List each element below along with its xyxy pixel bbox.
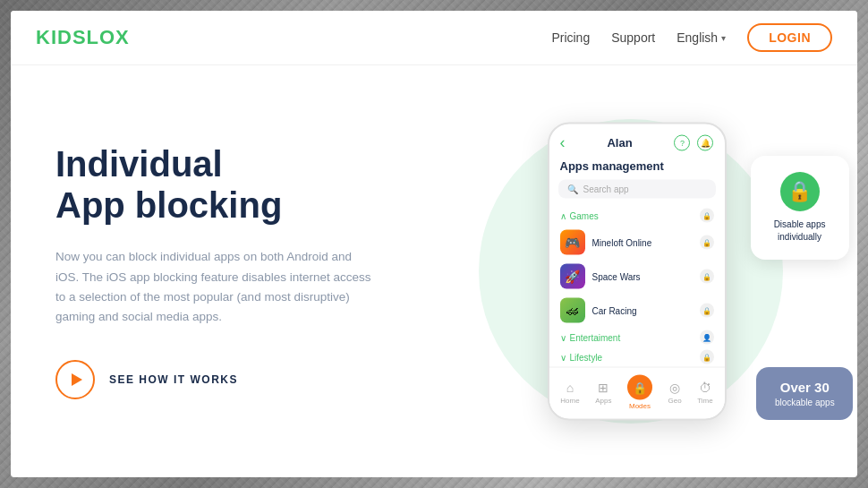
card-count-title: Over 30 [770,380,838,396]
home-icon: ⌂ [566,381,574,395]
entertainment-label: ∨ Entertaiment [560,332,621,342]
nav-geo-label: Geo [668,397,682,405]
lifestyle-chevron-icon: ∨ [560,352,566,362]
search-icon: 🔍 [567,184,578,194]
mineloft-lock[interactable]: 🔒 [700,235,714,250]
nav-right: Pricing Support English ▾ LOGIN [551,23,832,52]
cta-label: SEE HOW IT WORKS [109,373,238,386]
lifestyle-category-name: Lifestyle [570,352,603,362]
carracing-icon: 🏎 [560,298,585,323]
entertainment-category-name: Entertaiment [570,332,621,342]
spacewars-icon: 🚀 [560,264,585,289]
lifestyle-category-header[interactable]: ∨ Lifestyle 🔒 [549,347,725,367]
play-icon [72,373,82,386]
apps-icon: ⊞ [598,381,608,395]
nav-modes-label: Modes [629,402,651,410]
time-icon: ⏱ [699,381,711,395]
nav-apps-label: Apps [595,397,611,405]
main-content: KIDSLOX Pricing Support English ▾ LOGIN … [11,11,857,477]
mineloft-icon: 🎮 [560,230,585,255]
app-item-mineloft: 🎮 Mineloft Online 🔒 [549,226,725,260]
bell-icon[interactable]: 🔔 [697,134,713,150]
games-chevron-icon: ∧ [560,210,566,220]
phone-header-icons: ? 🔔 [674,134,713,150]
language-label: English [677,30,718,45]
card-lock-icon: 🔒 [780,172,820,211]
app-item-spacewars: 🚀 Space Wars 🔒 [549,260,725,294]
games-category-name: Games [570,210,599,220]
hero-right: ‹ Alan ? 🔔 Apps management 🔍 Search app [434,65,857,477]
chevron-down-icon: ▾ [721,33,726,43]
user-name: Alan [607,136,632,150]
disable-apps-card: 🔒 Disable apps individually [751,156,849,260]
phone-inner: ‹ Alan ? 🔔 Apps management 🔍 Search app [549,124,725,419]
pricing-link[interactable]: Pricing [551,30,590,45]
hero-title-line2: App blocking [55,185,282,225]
entertainment-category-header[interactable]: ∨ Entertaiment 👤 [549,328,725,347]
nav-item-home[interactable]: ⌂ Home [560,381,579,405]
cta-row: SEE HOW IT WORKS [55,360,398,399]
phone-bottom-nav: ⌂ Home ⊞ Apps 🔒 Modes [549,367,725,419]
nav-time-label: Time [697,397,712,405]
support-link[interactable]: Support [611,30,655,45]
spacewars-name: Space Wars [592,271,693,281]
hero-description: Now you can block individual apps on bot… [55,247,378,327]
card-count-subtitle: blockable apps [770,398,838,407]
header: KIDSLOX Pricing Support English ▾ LOGIN [11,11,857,65]
modes-icon: 🔒 [627,375,652,400]
nav-item-apps[interactable]: ⊞ Apps [595,381,611,405]
nav-item-modes[interactable]: 🔒 Modes [627,375,652,410]
disable-apps-text: Disable apps individually [767,218,833,244]
lifestyle-label: ∨ Lifestyle [560,352,603,362]
search-placeholder: Search app [583,184,629,194]
hero-section: Individual App blocking Now you can bloc… [11,65,857,477]
nav-item-geo[interactable]: ◎ Geo [668,381,682,405]
back-button[interactable]: ‹ [560,133,566,152]
entertainment-chevron-icon: ∨ [560,332,566,342]
phone-mockup: ‹ Alan ? 🔔 Apps management 🔍 Search app [548,123,727,421]
hero-title: Individual App blocking [55,143,398,226]
nav-home-label: Home [560,397,579,405]
search-bar[interactable]: 🔍 Search app [558,180,716,199]
games-category-header[interactable]: ∧ Games 🔒 [549,206,725,226]
games-lock-icon[interactable]: 🔒 [700,209,714,223]
spacewars-lock[interactable]: 🔒 [700,270,714,284]
hero-title-line1: Individual [55,144,223,184]
geo-icon: ◎ [669,381,680,395]
play-button[interactable] [55,360,95,399]
blockable-apps-card: Over 30 blockable apps [756,367,853,420]
section-title: Apps management [549,156,725,180]
lifestyle-lock-icon[interactable]: 🔒 [700,350,714,364]
phone-header: ‹ Alan ? 🔔 [549,124,725,156]
outer-border: KIDSLOX Pricing Support English ▾ LOGIN … [0,0,868,488]
mineloft-name: Mineloft Online [592,237,693,247]
nav-item-time[interactable]: ⏱ Time [697,381,712,405]
entertainment-lock-icon[interactable]: 👤 [700,330,714,345]
logo: KIDSLOX [36,26,130,49]
help-icon[interactable]: ? [674,134,690,150]
app-item-carracing: 🏎 Car Racing 🔒 [549,294,725,328]
carracing-lock[interactable]: 🔒 [700,304,714,318]
carracing-name: Car Racing [592,305,693,315]
language-selector[interactable]: English ▾ [677,30,726,45]
games-label: ∧ Games [560,210,599,220]
hero-left: Individual App blocking Now you can bloc… [11,65,434,477]
login-button[interactable]: LOGIN [747,23,832,52]
